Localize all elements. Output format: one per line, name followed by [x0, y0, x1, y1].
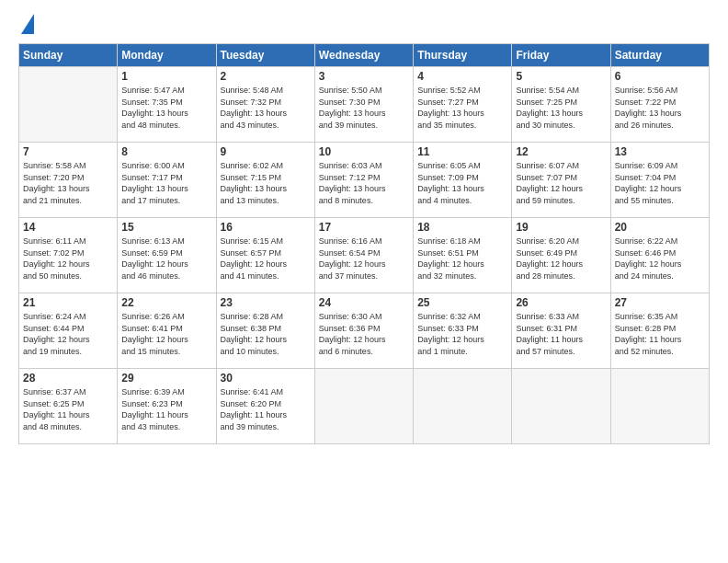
- day-number: 19: [516, 221, 606, 234]
- calendar-cell: 2Sunrise: 5:48 AM Sunset: 7:32 PM Daylig…: [216, 67, 314, 143]
- day-number: 15: [121, 221, 211, 234]
- day-number: 28: [23, 372, 113, 385]
- day-info: Sunrise: 6:11 AM Sunset: 7:02 PM Dayligh…: [23, 236, 113, 282]
- calendar-cell: [610, 369, 709, 444]
- calendar-cell: [314, 369, 413, 444]
- calendar-week-1: 1Sunrise: 5:47 AM Sunset: 7:35 PM Daylig…: [19, 67, 710, 143]
- day-info: Sunrise: 5:50 AM Sunset: 7:30 PM Dayligh…: [319, 85, 409, 131]
- page-header: [18, 17, 710, 34]
- calendar-cell: 19Sunrise: 6:20 AM Sunset: 6:49 PM Dayli…: [512, 218, 610, 293]
- day-info: Sunrise: 6:39 AM Sunset: 6:23 PM Dayligh…: [121, 386, 211, 432]
- calendar-header-thursday: Thursday: [414, 44, 512, 67]
- day-number: 30: [221, 372, 311, 385]
- calendar-header-tuesday: Tuesday: [216, 44, 314, 67]
- logo-triangle-icon: [21, 14, 34, 34]
- calendar-cell: 7Sunrise: 5:58 AM Sunset: 7:20 PM Daylig…: [19, 143, 118, 218]
- day-number: 5: [516, 70, 606, 83]
- day-info: Sunrise: 5:54 AM Sunset: 7:25 PM Dayligh…: [516, 85, 606, 131]
- calendar-cell: 6Sunrise: 5:56 AM Sunset: 7:22 PM Daylig…: [610, 67, 709, 143]
- day-info: Sunrise: 6:30 AM Sunset: 6:36 PM Dayligh…: [319, 311, 409, 357]
- day-number: 24: [319, 296, 409, 309]
- day-info: Sunrise: 6:41 AM Sunset: 6:20 PM Dayligh…: [221, 386, 311, 432]
- day-number: 11: [417, 145, 507, 158]
- calendar-cell: 14Sunrise: 6:11 AM Sunset: 7:02 PM Dayli…: [19, 218, 118, 293]
- day-info: Sunrise: 5:47 AM Sunset: 7:35 PM Dayligh…: [121, 85, 211, 131]
- calendar-cell: 10Sunrise: 6:03 AM Sunset: 7:12 PM Dayli…: [314, 143, 413, 218]
- calendar-cell: [19, 67, 118, 143]
- day-number: 16: [221, 221, 311, 234]
- calendar-header-friday: Friday: [512, 44, 610, 67]
- calendar-cell: 18Sunrise: 6:18 AM Sunset: 6:51 PM Dayli…: [414, 218, 512, 293]
- calendar-cell: 9Sunrise: 6:02 AM Sunset: 7:15 PM Daylig…: [216, 143, 314, 218]
- day-number: 17: [319, 221, 409, 234]
- day-info: Sunrise: 6:20 AM Sunset: 6:49 PM Dayligh…: [516, 236, 606, 282]
- day-number: 20: [615, 221, 705, 234]
- day-info: Sunrise: 6:05 AM Sunset: 7:09 PM Dayligh…: [417, 160, 507, 206]
- day-number: 21: [23, 296, 113, 309]
- calendar-header-row: SundayMondayTuesdayWednesdayThursdayFrid…: [19, 44, 710, 67]
- calendar-cell: 15Sunrise: 6:13 AM Sunset: 6:59 PM Dayli…: [118, 218, 216, 293]
- day-info: Sunrise: 5:48 AM Sunset: 7:32 PM Dayligh…: [221, 85, 311, 131]
- logo: [18, 17, 34, 34]
- day-info: Sunrise: 6:07 AM Sunset: 7:07 PM Dayligh…: [516, 160, 606, 206]
- calendar-week-2: 7Sunrise: 5:58 AM Sunset: 7:20 PM Daylig…: [19, 143, 710, 218]
- calendar-cell: 16Sunrise: 6:15 AM Sunset: 6:57 PM Dayli…: [216, 218, 314, 293]
- day-info: Sunrise: 6:18 AM Sunset: 6:51 PM Dayligh…: [417, 236, 507, 282]
- day-number: 1: [121, 70, 211, 83]
- day-info: Sunrise: 6:33 AM Sunset: 6:31 PM Dayligh…: [516, 311, 606, 357]
- calendar-cell: 28Sunrise: 6:37 AM Sunset: 6:25 PM Dayli…: [19, 369, 118, 444]
- day-info: Sunrise: 6:09 AM Sunset: 7:04 PM Dayligh…: [615, 160, 705, 206]
- calendar-cell: [414, 369, 512, 444]
- calendar-table: SundayMondayTuesdayWednesdayThursdayFrid…: [18, 43, 710, 444]
- day-number: 2: [221, 70, 311, 83]
- day-info: Sunrise: 6:00 AM Sunset: 7:17 PM Dayligh…: [121, 160, 211, 206]
- calendar-cell: 27Sunrise: 6:35 AM Sunset: 6:28 PM Dayli…: [610, 293, 709, 369]
- calendar-body: 1Sunrise: 5:47 AM Sunset: 7:35 PM Daylig…: [19, 67, 710, 444]
- day-info: Sunrise: 6:13 AM Sunset: 6:59 PM Dayligh…: [121, 236, 211, 282]
- calendar-cell: 21Sunrise: 6:24 AM Sunset: 6:44 PM Dayli…: [19, 293, 118, 369]
- day-info: Sunrise: 6:35 AM Sunset: 6:28 PM Dayligh…: [615, 311, 705, 357]
- day-number: 14: [23, 221, 113, 234]
- calendar-cell: 3Sunrise: 5:50 AM Sunset: 7:30 PM Daylig…: [314, 67, 413, 143]
- day-number: 22: [121, 296, 211, 309]
- day-info: Sunrise: 6:16 AM Sunset: 6:54 PM Dayligh…: [319, 236, 409, 282]
- calendar-cell: 20Sunrise: 6:22 AM Sunset: 6:46 PM Dayli…: [610, 218, 709, 293]
- calendar-cell: 25Sunrise: 6:32 AM Sunset: 6:33 PM Dayli…: [414, 293, 512, 369]
- calendar-cell: 8Sunrise: 6:00 AM Sunset: 7:17 PM Daylig…: [118, 143, 216, 218]
- day-info: Sunrise: 6:22 AM Sunset: 6:46 PM Dayligh…: [615, 236, 705, 282]
- day-info: Sunrise: 6:37 AM Sunset: 6:25 PM Dayligh…: [23, 386, 113, 432]
- calendar-cell: 12Sunrise: 6:07 AM Sunset: 7:07 PM Dayli…: [512, 143, 610, 218]
- day-info: Sunrise: 6:28 AM Sunset: 6:38 PM Dayligh…: [221, 311, 311, 357]
- day-info: Sunrise: 6:32 AM Sunset: 6:33 PM Dayligh…: [417, 311, 507, 357]
- calendar-week-4: 21Sunrise: 6:24 AM Sunset: 6:44 PM Dayli…: [19, 293, 710, 369]
- day-number: 25: [417, 296, 507, 309]
- calendar-header-saturday: Saturday: [610, 44, 709, 67]
- day-info: Sunrise: 5:52 AM Sunset: 7:27 PM Dayligh…: [417, 85, 507, 131]
- calendar-cell: 4Sunrise: 5:52 AM Sunset: 7:27 PM Daylig…: [414, 67, 512, 143]
- day-info: Sunrise: 5:58 AM Sunset: 7:20 PM Dayligh…: [23, 160, 113, 206]
- calendar-cell: 26Sunrise: 6:33 AM Sunset: 6:31 PM Dayli…: [512, 293, 610, 369]
- calendar-week-3: 14Sunrise: 6:11 AM Sunset: 7:02 PM Dayli…: [19, 218, 710, 293]
- day-number: 23: [221, 296, 311, 309]
- day-info: Sunrise: 5:56 AM Sunset: 7:22 PM Dayligh…: [615, 85, 705, 131]
- calendar-header-sunday: Sunday: [19, 44, 118, 67]
- day-number: 6: [615, 70, 705, 83]
- day-info: Sunrise: 6:26 AM Sunset: 6:41 PM Dayligh…: [121, 311, 211, 357]
- day-number: 4: [417, 70, 507, 83]
- calendar-cell: 22Sunrise: 6:26 AM Sunset: 6:41 PM Dayli…: [118, 293, 216, 369]
- day-info: Sunrise: 6:03 AM Sunset: 7:12 PM Dayligh…: [319, 160, 409, 206]
- day-number: 26: [516, 296, 606, 309]
- day-number: 7: [23, 145, 113, 158]
- day-number: 29: [121, 372, 211, 385]
- calendar-cell: 24Sunrise: 6:30 AM Sunset: 6:36 PM Dayli…: [314, 293, 413, 369]
- day-info: Sunrise: 6:24 AM Sunset: 6:44 PM Dayligh…: [23, 311, 113, 357]
- day-info: Sunrise: 6:02 AM Sunset: 7:15 PM Dayligh…: [221, 160, 311, 206]
- calendar-cell: 30Sunrise: 6:41 AM Sunset: 6:20 PM Dayli…: [216, 369, 314, 444]
- day-number: 10: [319, 145, 409, 158]
- day-number: 3: [319, 70, 409, 83]
- day-info: Sunrise: 6:15 AM Sunset: 6:57 PM Dayligh…: [221, 236, 311, 282]
- calendar-cell: 11Sunrise: 6:05 AM Sunset: 7:09 PM Dayli…: [414, 143, 512, 218]
- calendar-header-monday: Monday: [118, 44, 216, 67]
- calendar-cell: [512, 369, 610, 444]
- day-number: 9: [221, 145, 311, 158]
